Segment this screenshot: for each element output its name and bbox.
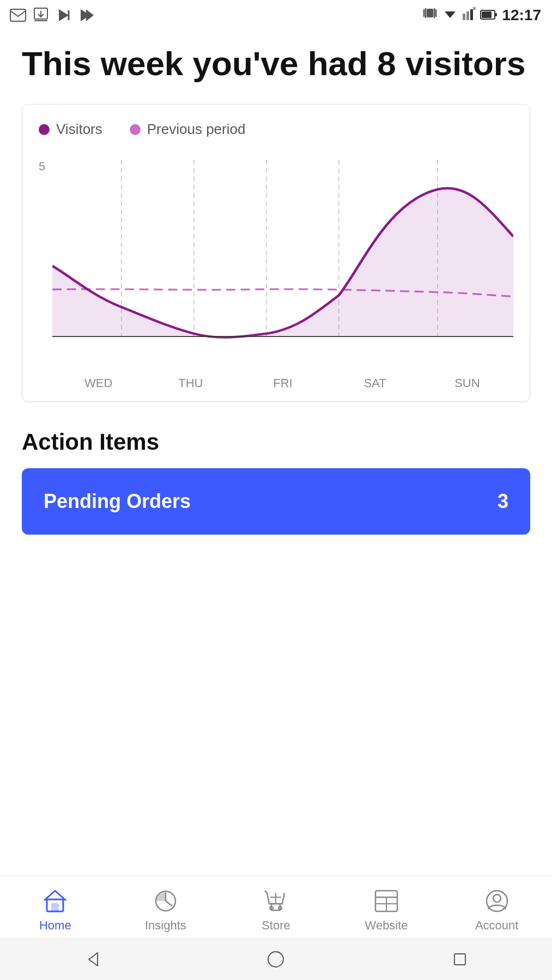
svg-rect-8: [427, 9, 433, 17]
nav-item-account[interactable]: Account: [441, 887, 552, 933]
status-right: 12:17: [422, 5, 541, 24]
pending-orders-value: 3: [498, 490, 508, 513]
wifi-icon: [442, 7, 458, 24]
svg-line-35: [265, 891, 267, 893]
nav-label-website: Website: [365, 918, 408, 933]
svg-marker-13: [445, 11, 456, 18]
svg-marker-42: [89, 953, 98, 966]
nav-label-home: Home: [39, 918, 71, 933]
visitors-label: Visitors: [56, 121, 102, 138]
chart-x-labels: WED THU FRI SAT SUN: [39, 376, 513, 390]
page-title: This week you've had 8 visitors: [22, 45, 530, 82]
play-icon-1: [54, 8, 73, 23]
status-icons: [9, 8, 96, 23]
svg-rect-21: [495, 13, 497, 16]
play-icon-2: [77, 8, 96, 23]
main-content: This week you've had 8 visitors Visitors…: [0, 29, 552, 875]
nav-item-insights[interactable]: Insights: [111, 887, 221, 933]
visitors-dot: [39, 124, 50, 135]
svg-rect-0: [10, 9, 26, 21]
download-icon: [32, 8, 50, 23]
svg-point-41: [493, 895, 501, 902]
chart-area: 5: [39, 154, 513, 372]
website-icon: [372, 887, 401, 915]
chart-y-label: 5: [39, 160, 45, 174]
legend-previous: Previous period: [130, 121, 246, 138]
android-nav: [0, 938, 552, 980]
action-items-title: Action Items: [22, 429, 530, 455]
battery-icon: [480, 7, 498, 24]
nav-item-home[interactable]: Home: [0, 887, 111, 933]
svg-marker-7: [86, 9, 94, 21]
x-label-fri: FRI: [236, 376, 329, 390]
store-icon: [262, 887, 290, 915]
back-button[interactable]: [76, 948, 108, 970]
time-display: 12:17: [502, 7, 541, 24]
svg-marker-4: [59, 9, 69, 21]
recents-button[interactable]: [444, 948, 476, 970]
x-label-sat: SAT: [329, 376, 421, 390]
pending-orders-button[interactable]: Pending Orders 3: [22, 468, 530, 535]
svg-rect-30: [52, 904, 58, 911]
svg-point-40: [487, 891, 507, 911]
chart-svg: [52, 154, 513, 372]
chart-legend: Visitors Previous period: [39, 121, 513, 138]
svg-rect-17: [470, 9, 473, 20]
home-button[interactable]: [259, 948, 292, 970]
bottom-nav: Home Insights Store: [0, 875, 552, 938]
home-icon: [41, 887, 69, 915]
nav-item-website[interactable]: Website: [331, 887, 442, 933]
pending-orders-label: Pending Orders: [44, 490, 191, 513]
nav-label-account: Account: [475, 918, 519, 933]
insights-icon: [151, 887, 180, 915]
svg-rect-16: [466, 11, 469, 20]
nav-label-store: Store: [262, 918, 290, 933]
svg-rect-15: [463, 14, 465, 20]
x-label-wed: WED: [52, 376, 144, 390]
nav-item-store[interactable]: Store: [221, 887, 331, 933]
svg-rect-44: [454, 954, 465, 965]
mail-icon: [9, 8, 27, 23]
vibrate-icon: [422, 5, 438, 24]
svg-rect-22: [482, 11, 492, 18]
x-label-thu: THU: [144, 376, 236, 390]
status-bar: 12:17: [0, 0, 552, 29]
legend-visitors: Visitors: [39, 121, 102, 138]
nav-label-insights: Insights: [145, 918, 186, 933]
previous-dot: [130, 124, 141, 135]
x-label-sun: SUN: [421, 376, 513, 390]
signal-icon: [463, 7, 476, 24]
svg-point-43: [268, 952, 283, 967]
chart-card: Visitors Previous period 5: [22, 104, 530, 402]
previous-label: Previous period: [147, 121, 246, 138]
account-icon: [483, 887, 511, 915]
